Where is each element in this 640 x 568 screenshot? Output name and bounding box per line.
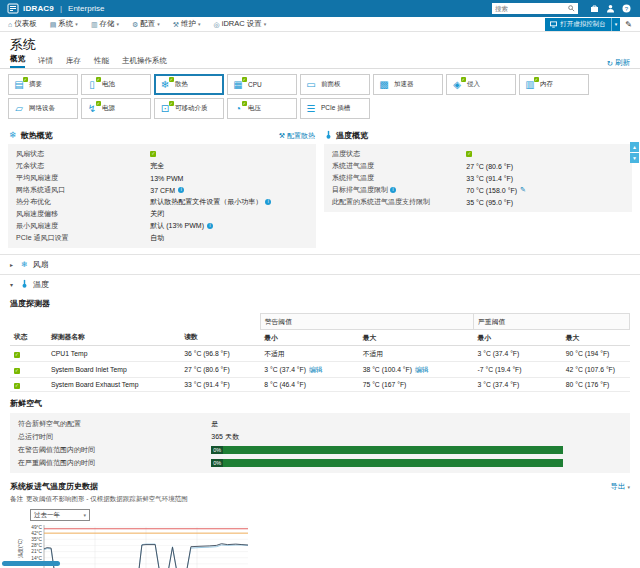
row-fan-speed-offset: 风扇速度偏移 关闭 — [16, 208, 308, 220]
tab-details[interactable]: 详情 — [38, 56, 53, 68]
nav-item-dashboard[interactable]: ⌂ 仪表板 — [8, 19, 37, 29]
nav-item-system[interactable]: ▤ 系统 ▾ — [50, 19, 78, 29]
fan-icon: ❄ — [21, 261, 28, 269]
voltage-icon: ◔✓ — [232, 104, 244, 114]
ok-badge-icon: ✓ — [169, 101, 175, 107]
chevron-down-icon: ▾ — [264, 21, 267, 27]
nav-item-storage[interactable]: ▥ 存储 ▾ — [91, 19, 119, 29]
fan-icon: ❄ — [9, 131, 17, 140]
nav-label: 仪表板 — [14, 19, 37, 29]
open-virtual-console-button[interactable]: 打开虚拟控制台 ▾ — [545, 18, 620, 31]
edit-icon[interactable]: ✎ — [520, 186, 526, 194]
tab-inventory[interactable]: 库存 — [66, 56, 81, 68]
info-icon[interactable]: i — [390, 187, 396, 193]
search-input[interactable] — [495, 5, 568, 12]
edit-link[interactable]: 编辑 — [309, 366, 323, 373]
ok-badge-icon: ✓ — [96, 77, 102, 83]
row-fan-status: 风扇状态 ✓ — [16, 148, 308, 160]
row-target-exhaust-limit: 目标排气温度限制i 70 °C (158.0 °F)✎ — [332, 184, 624, 196]
chevron-down-icon: ▾ — [198, 21, 201, 27]
tab-overview[interactable]: 概览 — [10, 54, 25, 68]
time-range-select[interactable]: 过去一年 ▾ — [30, 509, 90, 521]
user-icon[interactable] — [606, 4, 615, 13]
warning-band-progress-bar: 0% — [211, 446, 563, 454]
scroll-up-button[interactable]: ▲ — [630, 142, 639, 152]
chevron-down-icon: ▾ — [10, 281, 16, 288]
chevron-down-icon: ▾ — [627, 484, 630, 490]
section-temperature[interactable]: ▾ 温度 — [0, 274, 640, 294]
export-button[interactable]: 导出 ▾ — [610, 482, 630, 492]
tab-host-os[interactable]: 主机操作系统 — [122, 56, 167, 68]
search-box[interactable] — [492, 3, 578, 14]
nav-item-idrac-settings[interactable]: ◎ iDRAC 设置 ▾ — [214, 19, 267, 29]
configuration-icon: ⚙ — [132, 21, 138, 28]
ok-badge-icon: ✓ — [534, 77, 540, 83]
info-icon[interactable]: i — [178, 187, 184, 193]
configure-cooling-link[interactable]: ⚒ 配置散热 — [279, 131, 315, 141]
status-ok-icon: ✓ — [14, 352, 20, 358]
brand-edition: Enterprise — [68, 4, 104, 13]
tile-removable-media[interactable]: ⊡✓ 可移动介质 — [154, 98, 224, 119]
scroll-down-button[interactable]: ▼ — [630, 153, 639, 163]
info-icon[interactable]: i — [207, 223, 213, 229]
power-supply-icon: ↯✓ — [86, 104, 98, 114]
row-thermal-profile: 热分布优化 默认散热配置文件设置（最小功率）i — [16, 196, 308, 208]
tile-power-supplies[interactable]: ↯✓ 电源 — [81, 98, 151, 119]
accelerator-icon: ▩ — [378, 80, 390, 90]
edit-link[interactable]: 编辑 — [415, 366, 429, 373]
col-warn-max: 最大 — [359, 330, 474, 346]
removable-media-icon: ⊡✓ — [159, 104, 171, 114]
briefcase-icon[interactable] — [590, 4, 599, 13]
tile-front-panel[interactable]: ▭ 前面板 — [300, 74, 370, 95]
summary-icon: ▤✓ — [13, 80, 25, 90]
row-fresh-air-compliant: 符合新鲜空气的配置 是 — [18, 417, 622, 430]
search-icon[interactable] — [568, 5, 575, 12]
critical-threshold-group-header: 严重阈值 — [474, 314, 630, 330]
chevron-right-icon: ▸ — [10, 261, 16, 268]
status-ok-icon: ✓ — [466, 151, 472, 157]
help-icon[interactable]: ? — [622, 4, 631, 13]
tile-memory[interactable]: ▥✓ 内存 — [519, 74, 589, 95]
tile-voltage[interactable]: ◔✓ 电压 — [227, 98, 297, 119]
probes-title: 温度探测器 — [10, 298, 630, 309]
tile-network-devices[interactable]: ▱ 网络设备 — [8, 98, 78, 119]
col-crit-max: 最大 — [562, 330, 630, 346]
tile-summary[interactable]: ▤✓ 摘要 — [8, 74, 78, 95]
info-icon[interactable]: i — [265, 199, 271, 205]
page-title: 系统 — [10, 36, 630, 54]
battery-icon: ▯✓ — [86, 80, 98, 90]
table-row-cpu1-temp: ✓ CPU1 Temp 36 °C (96.8 °F) 不适用 不适用 3 °C… — [10, 346, 630, 362]
tile-intrusion[interactable]: ◈✓ 侵入 — [446, 74, 516, 95]
nav-item-maintenance[interactable]: ⚒ 维护 ▾ — [173, 19, 201, 29]
nav-label: 维护 — [181, 19, 196, 29]
col-probe-name: 探测器名称 — [47, 330, 180, 346]
panel-title: 温度概览 — [336, 130, 368, 141]
cooling-icon: ❄✓ — [159, 80, 171, 90]
nav-label: 存储 — [100, 19, 115, 29]
fresh-air-block: 新鲜空气 符合新鲜空气的配置 是 总运行时间 365 天数 在警告阈值范围内的时… — [0, 394, 640, 475]
row-system-inlet-temp: 系统进气温度 27 °C (80.6 °F) — [332, 160, 624, 172]
scrollbar-thumb[interactable] — [2, 561, 60, 566]
tile-battery[interactable]: ▯✓ 电池 — [81, 74, 151, 95]
cooling-overview-panel: ❄ 散热概览 ⚒ 配置散热 风扇状态 ✓ 冗余状态 完全 平均风扇速度 13% … — [8, 127, 316, 248]
section-fans[interactable]: ▸ ❄ 风扇 — [0, 254, 640, 274]
edit-pencil-icon[interactable]: ✎ — [625, 20, 632, 29]
history-note: 备注更改阈值不影响图形 - 仅根据数据跟踪新鲜空气环境范围 — [0, 494, 640, 505]
col-reading: 读数 — [180, 330, 260, 346]
tile-accelerators[interactable]: ▩ 加速器 — [373, 74, 443, 95]
tab-performance[interactable]: 性能 — [94, 56, 109, 68]
nav-item-configuration[interactable]: ⚙ 配置 ▾ — [132, 19, 160, 29]
refresh-button[interactable]: ↻ 刷新 — [607, 58, 630, 68]
row-inlet-support-limit: 此配置的系统进气温度支持限制 35 °C (95.0 °F) — [332, 196, 624, 208]
tile-cpu[interactable]: ▦✓ CPU — [227, 74, 297, 95]
table-row-exhaust-temp: ✓ System Board Exhaust Temp 33 °C (91.4 … — [10, 378, 630, 392]
status-ok-icon: ✓ — [150, 151, 156, 157]
ok-badge-icon: ✓ — [461, 77, 467, 83]
ok-badge-icon: ✓ — [169, 77, 175, 83]
front-panel-icon: ▭ — [305, 80, 317, 90]
tile-pcie-slots[interactable]: ☰ PCIe 插槽 — [300, 98, 370, 119]
console-dropdown-caret[interactable]: ▾ — [611, 18, 621, 31]
tile-cooling[interactable]: ❄✓ 散热 — [154, 74, 224, 95]
row-system-airflow: 网络系统通风口 37 CFMi — [16, 184, 308, 196]
horizontal-scrollbar[interactable] — [0, 560, 640, 567]
